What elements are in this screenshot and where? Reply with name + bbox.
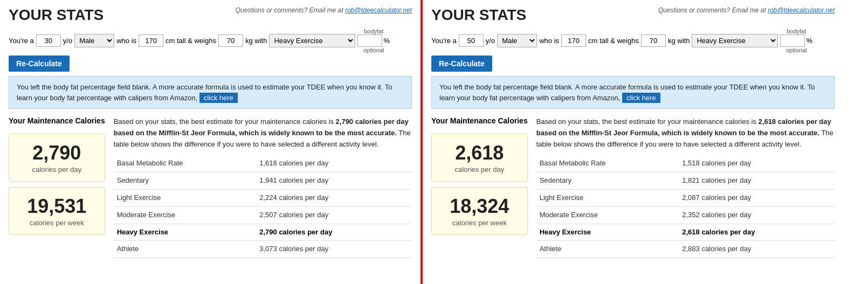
age-unit: y/o	[486, 37, 495, 45]
weight-unit: kg with	[668, 37, 690, 45]
form-row: You're ay/oMaleFemalewho iscm tall & wei…	[431, 28, 835, 72]
weight-input[interactable]	[218, 34, 243, 47]
bodyfat-input[interactable]	[780, 34, 805, 47]
email-link[interactable]: rob@tdeecalculator.net	[345, 6, 412, 14]
maintenance-title: Your Maintenance Calories	[9, 116, 105, 125]
height-unit: cm tall & weighs	[166, 37, 216, 45]
form-row: You're ay/oMaleFemalewho iscm tall & wei…	[9, 28, 412, 72]
page-title: YOUR STATS	[9, 6, 104, 24]
connector-who-is: who is	[539, 37, 559, 45]
activity-value: 1,941 calories per day	[256, 172, 412, 190]
recalculate-button[interactable]: Re-Calculate	[431, 56, 492, 72]
activity-value: 1,518 calories per day	[679, 155, 835, 172]
age-input[interactable]	[459, 34, 484, 47]
calories-per-week-value: 19,531	[18, 195, 96, 218]
activity-label: Basal Metabolic Rate	[536, 155, 679, 172]
click-here-button[interactable]: click here	[199, 93, 238, 103]
description-text: Based on your stats, the best estimate f…	[114, 116, 412, 150]
activity-label: Light Exercise	[114, 189, 257, 206]
calories-per-day-label: calories per day	[440, 165, 519, 174]
email-line: Questions or comments? Email me at rob@t…	[658, 6, 835, 14]
activity-select[interactable]: SedentaryLight ExerciseModerate Exercise…	[692, 34, 778, 47]
activity-label: Athlete	[114, 241, 257, 258]
table-row: Basal Metabolic Rate1,518 calories per d…	[536, 155, 835, 172]
bodyfat-column: bodyfat%optional	[780, 28, 812, 53]
age-unit: y/o	[63, 37, 72, 45]
bodyfat-optional: optional	[363, 47, 384, 53]
table-row: Sedentary1,821 calories per day	[536, 172, 835, 190]
table-row: Athlete2,883 calories per day	[536, 241, 835, 258]
activity-value: 2,618 calories per day	[679, 224, 835, 241]
activity-value: 2,790 calories per day	[256, 224, 412, 241]
bodyfat-percent-sign: %	[806, 37, 812, 45]
table-row: Heavy Exercise2,618 calories per day	[536, 224, 835, 241]
maintenance-title: Your Maintenance Calories	[431, 116, 528, 125]
height-unit: cm tall & weighs	[588, 37, 639, 45]
activity-select[interactable]: SedentaryLight ExerciseModerate Exercise…	[269, 34, 355, 47]
bodyfat-percent-sign: %	[383, 37, 390, 45]
calories-per-week-box: 18,324calories per week	[431, 187, 528, 235]
activity-value: 1,618 calories per day	[256, 155, 412, 172]
calories-per-day-box: 2,618calories per day	[431, 134, 528, 182]
weight-input[interactable]	[641, 34, 666, 47]
calories-per-day-value: 2,790	[18, 142, 96, 164]
activity-label: Basal Metabolic Rate	[114, 155, 257, 172]
activity-value: 1,821 calories per day	[679, 172, 835, 190]
activity-label: Heavy Exercise	[536, 224, 679, 241]
height-input[interactable]	[561, 34, 586, 47]
gender-select[interactable]: MaleFemale	[497, 34, 537, 47]
activity-label: Sedentary	[114, 172, 257, 190]
table-row: Moderate Exercise2,352 calories per day	[536, 206, 835, 224]
header-row: YOUR STATSQuestions or comments? Email m…	[431, 6, 835, 27]
gender-select[interactable]: MaleFemale	[74, 34, 114, 47]
table-row: Moderate Exercise2,507 calories per day	[114, 206, 412, 224]
panel-right: YOUR STATSQuestions or comments? Email m…	[423, 0, 843, 284]
table-row: Light Exercise2,087 calories per day	[536, 189, 835, 206]
bodyfat-column: bodyfat%optional	[357, 28, 390, 53]
activity-label: Moderate Exercise	[536, 206, 679, 224]
form-prefix: You're a	[431, 37, 457, 45]
activity-value: 2,352 calories per day	[679, 206, 835, 224]
activity-value: 2,883 calories per day	[679, 241, 835, 258]
activity-label: Sedentary	[536, 172, 679, 190]
activity-label: Moderate Exercise	[114, 206, 257, 224]
table-row: Heavy Exercise2,790 calories per day	[114, 224, 412, 241]
email-line: Questions or comments? Email me at rob@t…	[236, 6, 412, 14]
header-row: YOUR STATSQuestions or comments? Email m…	[9, 6, 412, 27]
calories-per-week-value: 18,324	[440, 195, 519, 218]
bodyfat-label: bodyfat	[787, 28, 806, 34]
activity-value: 3,073 calories per day	[256, 241, 412, 258]
results-section: Your Maintenance Calories2,790calories p…	[9, 116, 412, 258]
form-prefix: You're a	[9, 37, 34, 45]
calories-per-day-box: 2,790calories per day	[9, 134, 105, 182]
info-box: You left the body fat percentage field b…	[9, 76, 412, 109]
calories-per-week-label: calories per week	[18, 219, 96, 227]
activity-value: 2,507 calories per day	[256, 206, 412, 224]
calories-boxes: Your Maintenance Calories2,790calories p…	[9, 116, 105, 258]
page-title: YOUR STATS	[431, 6, 526, 24]
description-section: Based on your stats, the best estimate f…	[114, 116, 412, 258]
height-input[interactable]	[139, 34, 163, 47]
activity-value: 2,087 calories per day	[679, 189, 835, 206]
table-row: Light Exercise2,224 calories per day	[114, 189, 412, 206]
info-box: You left the body fat percentage field b…	[431, 76, 835, 109]
calories-boxes: Your Maintenance Calories2,618calories p…	[431, 116, 528, 258]
bodyfat-input[interactable]	[357, 34, 382, 47]
calories-per-day-value: 2,618	[440, 142, 519, 164]
bodyfat-label: bodyfat	[364, 28, 383, 34]
table-row: Basal Metabolic Rate1,618 calories per d…	[114, 155, 412, 172]
weight-unit: kg with	[245, 37, 267, 45]
recalculate-button[interactable]: Re-Calculate	[9, 56, 70, 72]
description-text: Based on your stats, the best estimate f…	[536, 116, 835, 150]
calories-per-week-box: 19,531calories per week	[9, 187, 105, 235]
table-row: Sedentary1,941 calories per day	[114, 172, 412, 190]
age-input[interactable]	[36, 34, 61, 47]
table-row: Athlete3,073 calories per day	[114, 241, 412, 258]
click-here-button[interactable]: click here	[622, 93, 660, 103]
activity-table: Basal Metabolic Rate1,618 calories per d…	[114, 155, 412, 258]
activity-table: Basal Metabolic Rate1,518 calories per d…	[536, 155, 835, 258]
calories-per-day-label: calories per day	[18, 165, 96, 174]
panel-left: YOUR STATSQuestions or comments? Email m…	[0, 0, 421, 284]
email-link[interactable]: rob@tdeecalculator.net	[768, 6, 835, 14]
description-section: Based on your stats, the best estimate f…	[536, 116, 835, 258]
